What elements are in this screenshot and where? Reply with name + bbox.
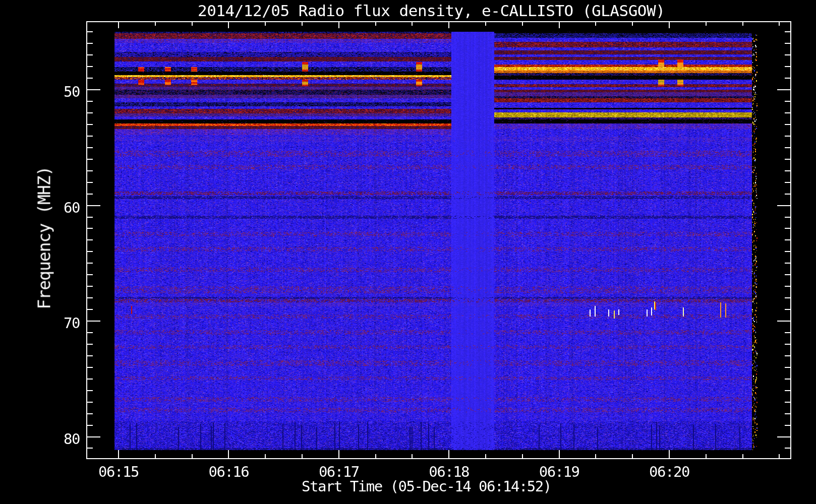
x-tick-label-0618: 06:18 xyxy=(421,463,477,480)
x-tick-label-0616: 06:16 xyxy=(201,463,256,480)
y-axis-label: Frequency (MHZ) xyxy=(35,166,54,309)
x-tick-label-0619: 06:19 xyxy=(532,463,587,480)
y-tick-label-70: 70 xyxy=(44,314,80,332)
chart-title: 2014/12/05 Radio flux density, e-CALLIST… xyxy=(198,2,665,20)
y-tick-label-50: 50 xyxy=(44,83,80,100)
spectrogram-canvas xyxy=(0,0,816,504)
spectrogram-page: 2014/12/05 Radio flux density, e-CALLIST… xyxy=(0,0,816,504)
x-tick-label-0615: 06:15 xyxy=(91,463,146,480)
x-axis-label: Start Time (05-Dec-14 06:14:52) xyxy=(302,478,551,495)
x-tick-label-0620: 06:20 xyxy=(642,463,697,480)
y-tick-label-60: 60 xyxy=(44,199,80,216)
x-tick-label-0617: 06:17 xyxy=(311,463,367,480)
y-tick-label-80: 80 xyxy=(44,430,80,448)
